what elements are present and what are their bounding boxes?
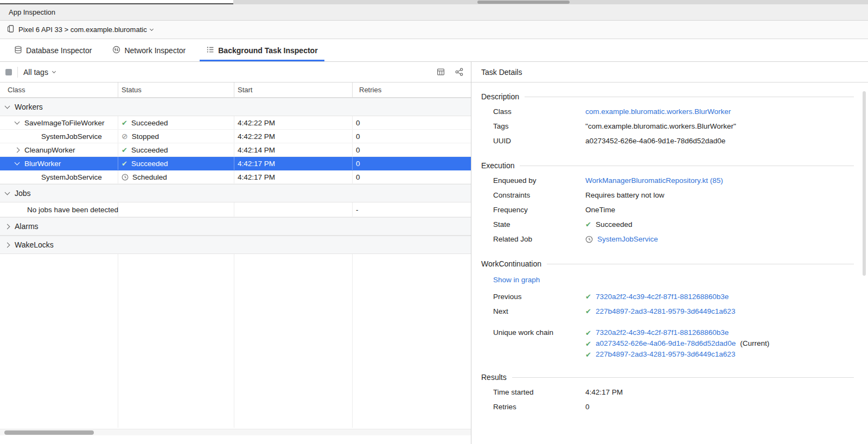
editor-scrollbar-strip — [0, 0, 868, 4]
chevron-down-icon — [52, 69, 56, 73]
tab-label: Network Inspector — [124, 46, 186, 55]
database-icon — [14, 46, 22, 55]
tab-label: Background Task Inspector — [218, 46, 317, 55]
tab-label: Database Inspector — [26, 46, 92, 55]
show-in-graph-link[interactable]: Show in graph — [493, 276, 540, 284]
detail-row-state: State ✔Succeeded — [481, 217, 854, 232]
graph-view-icon[interactable] — [452, 66, 465, 79]
clock-icon — [122, 174, 129, 181]
detail-row-related-job: Related Job SystemJobService — [481, 232, 854, 246]
chevron-right-icon — [5, 224, 10, 229]
tab-database-inspector[interactable]: Database Inspector — [8, 39, 98, 61]
check-icon: ✔ — [122, 160, 127, 167]
section-work-continuation: WorkContinuation — [481, 259, 854, 268]
table-row[interactable]: SaveImageToFileWorker ✔Succeeded 4:42:22… — [0, 116, 471, 130]
chain-uuid-link[interactable]: 227b4897-2ad3-4281-9579-3d6449c1a623 — [596, 349, 735, 360]
table-column-header: Class Status Start Retries — [0, 83, 471, 98]
chevron-down-icon — [150, 27, 154, 30]
toolbar-divider — [17, 67, 18, 78]
task-list-icon — [206, 46, 214, 55]
detail-row-uuid: UUID a0273452-626e-4a06-9d1e-78d6d52dad0… — [481, 134, 854, 148]
task-details-title: Task Details — [481, 68, 522, 77]
task-details-header: Task Details — [471, 62, 868, 83]
class-link[interactable]: com.example.bluromatic.workers.BlurWorke… — [585, 104, 731, 119]
chevron-down-icon[interactable] — [15, 160, 20, 166]
tab-network-inspector[interactable]: Network Inspector — [106, 39, 192, 61]
group-row-workers[interactable]: Workers — [0, 98, 471, 116]
tag-filter-label: All tags — [23, 68, 48, 77]
chain-item-current: ✔a0273452-626e-4a06-9d1e-78d6d52dad0e(Cu… — [585, 338, 769, 349]
editor-scrollbar-thumb[interactable] — [477, 1, 570, 4]
chevron-down-icon — [5, 104, 10, 109]
chain-uuid-link[interactable]: 7320a2f2-4c39-4c2f-87f1-881268860b3e — [596, 327, 729, 338]
check-icon: ✔ — [585, 329, 591, 337]
chevron-down-icon — [5, 190, 10, 195]
task-details-content: Description Class com.example.bluromatic… — [471, 83, 868, 444]
group-row-wakelocks[interactable]: WakeLocks — [0, 236, 471, 254]
panel-title: App Inspection — [9, 8, 55, 16]
detail-row-time-started: Time started 4:42:17 PM — [481, 385, 854, 399]
table-row[interactable]: SystemJobService Scheduled 4:42:17 PM 0 — [0, 170, 471, 184]
column-class[interactable]: Class — [0, 83, 118, 97]
detail-row-unique-work-chain: Unique work chain ✔7320a2f2-4c39-4c2f-87… — [481, 325, 854, 360]
table-toolbar: All tags — [0, 62, 471, 83]
check-icon: ✔ — [122, 147, 127, 154]
enqueued-by-link[interactable]: WorkManagerBluromaticRepository.kt (85) — [585, 173, 723, 188]
detail-row-constraints: Constraints Requires battery not low — [481, 188, 854, 202]
previous-uuid-link[interactable]: 7320a2f2-4c39-4c2f-87f1-881268860b3e — [596, 289, 729, 304]
inspector-tabbar: Database Inspector Network Inspector Bac… — [0, 39, 868, 62]
detail-row-retries: Retries 0 — [481, 399, 854, 414]
section-results: Results — [481, 373, 854, 382]
check-icon: ✔ — [585, 308, 591, 315]
task-table-pane: All tags Class Status Start Retries — [0, 62, 471, 444]
check-icon: ✔ — [585, 340, 591, 347]
jobs-empty-row: No jobs have been detected - — [0, 202, 471, 217]
clock-icon — [585, 236, 593, 243]
horizontal-scrollbar-thumb[interactable] — [4, 430, 94, 435]
detail-row-previous: Previous ✔7320a2f2-4c39-4c2f-87f1-881268… — [481, 289, 854, 304]
detail-row-class: Class com.example.bluromatic.workers.Blu… — [481, 104, 854, 119]
detail-row-tags: Tags "com.example.bluromatic.workers.Blu… — [481, 119, 854, 134]
vertical-scrollbar-thumb[interactable] — [863, 91, 866, 276]
section-description: Description — [481, 92, 854, 101]
table-body: Workers SaveImageToFileWorker ✔Succeeded… — [0, 98, 471, 444]
task-details-pane: Task Details Description Class com.examp… — [471, 62, 868, 444]
section-execution: Execution — [481, 161, 854, 170]
chain-uuid-link[interactable]: a0273452-626e-4a06-9d1e-78d6d52dad0e — [596, 338, 736, 349]
device-selector-bar: Pixel 6 API 33 > com.example.bluromatic — [0, 21, 868, 39]
detail-row-frequency: Frequency OneTime — [481, 202, 854, 217]
check-icon: ✔ — [585, 221, 591, 228]
stopped-icon: ⊘ — [122, 132, 128, 140]
related-job-link[interactable]: SystemJobService — [597, 232, 658, 246]
tag-filter-dropdown[interactable]: All tags — [23, 68, 55, 77]
device-process-selector[interactable]: Pixel 6 API 33 > com.example.bluromatic — [18, 26, 147, 34]
column-status[interactable]: Status — [118, 83, 234, 97]
group-row-alarms[interactable]: Alarms — [0, 217, 471, 236]
chain-item: ✔7320a2f2-4c39-4c2f-87f1-881268860b3e — [585, 327, 769, 338]
table-row[interactable]: SystemJobService ⊘Stopped 4:42:22 PM 0 — [0, 130, 471, 143]
table-row[interactable]: CleanupWorker ✔Succeeded 4:42:14 PM 0 — [0, 143, 471, 157]
chevron-down-icon[interactable] — [15, 119, 20, 125]
tab-background-task-inspector[interactable]: Background Task Inspector — [200, 39, 324, 61]
chevron-right-icon[interactable] — [15, 147, 20, 153]
table-view-icon[interactable] — [434, 66, 447, 79]
detail-row-enqueued-by: Enqueued by WorkManagerBluromaticReposit… — [481, 173, 854, 188]
group-row-jobs[interactable]: Jobs — [0, 184, 471, 202]
editor-tab-remnant — [0, 0, 233, 4]
chevron-right-icon — [5, 242, 10, 248]
column-retries[interactable]: Retries — [353, 83, 471, 97]
app-inspection-bar: App Inspection — [0, 4, 868, 21]
check-icon: ✔ — [122, 119, 127, 126]
horizontal-scrollbar — [0, 429, 471, 435]
main-split: All tags Class Status Start Retries — [0, 62, 868, 444]
network-icon — [112, 46, 120, 55]
column-start[interactable]: Start — [234, 83, 353, 97]
device-icon — [7, 24, 15, 35]
detail-row-next: Next ✔227b4897-2ad3-4281-9579-3d6449c1a6… — [481, 304, 854, 319]
stop-icon[interactable] — [5, 69, 12, 75]
table-row-selected[interactable]: BlurWorker ✔Succeeded 4:42:17 PM 0 — [0, 157, 471, 170]
chain-item: ✔227b4897-2ad3-4281-9579-3d6449c1a623 — [585, 349, 769, 360]
check-icon: ✔ — [585, 351, 591, 358]
check-icon: ✔ — [585, 293, 591, 300]
next-uuid-link[interactable]: 227b4897-2ad3-4281-9579-3d6449c1a623 — [596, 304, 735, 319]
